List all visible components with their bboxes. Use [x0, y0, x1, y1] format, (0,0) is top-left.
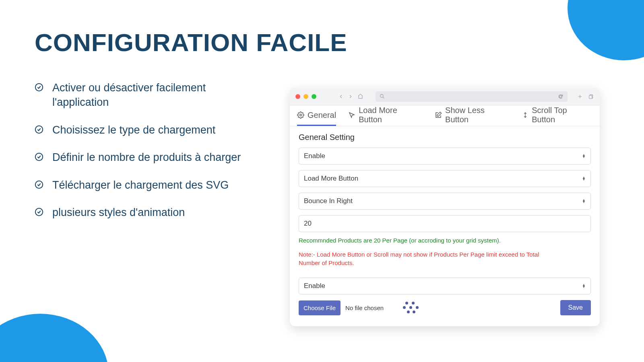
- check-circle-icon: [35, 208, 43, 216]
- refresh-icon[interactable]: [558, 94, 564, 99]
- tab-show-less[interactable]: Show Less Button: [435, 105, 510, 126]
- general-panel: General Setting Enable ▲▼ Load More Butt…: [290, 126, 600, 323]
- warning-text: Note:- Load More Button or Scroll may no…: [299, 250, 548, 267]
- page-title: CONFIGURATION FACILE: [35, 28, 347, 57]
- check-circle-icon: [35, 125, 43, 134]
- input-value: 20: [304, 220, 312, 228]
- select-value: Bounce In Right: [304, 197, 353, 205]
- list-item: Choisissez le type de chargement: [35, 123, 252, 137]
- tab-label: Show Less Button: [445, 106, 510, 124]
- forward-icon[interactable]: [348, 94, 353, 99]
- list-item: plusieurs styles d'animation: [35, 205, 252, 220]
- decorative-blob-bottom: [0, 314, 109, 362]
- gear-icon: [297, 111, 304, 119]
- maximize-dot-icon[interactable]: [312, 94, 316, 99]
- load-type-select[interactable]: Load More Button ▲▼: [299, 170, 591, 187]
- recommend-text: Recommnded Products are 20 Per Page (or …: [299, 237, 591, 244]
- cursor-icon: [348, 111, 355, 119]
- new-tab-icon[interactable]: [577, 94, 583, 99]
- browser-window: General Load More Button Show Less Butto…: [290, 88, 600, 326]
- list-item: Télécharger le chargement des SVG: [35, 178, 252, 192]
- list-item-text: Activer ou désactiver facilement l'appli…: [52, 80, 252, 110]
- svg-point-5: [380, 95, 384, 98]
- list-item-text: Choisissez le type de chargement: [52, 123, 215, 137]
- svg-point-1: [35, 126, 43, 133]
- enable-select[interactable]: Enable ▲▼: [299, 148, 591, 165]
- home-icon[interactable]: [357, 93, 363, 99]
- back-icon[interactable]: [338, 94, 344, 99]
- svg-point-8: [300, 114, 302, 116]
- svg-point-4: [35, 208, 43, 216]
- animation-select[interactable]: Bounce In Right ▲▼: [299, 193, 591, 210]
- window-controls: [295, 94, 316, 99]
- minimize-dot-icon[interactable]: [303, 94, 308, 99]
- chevron-updown-icon: ▲▼: [582, 154, 586, 158]
- svg-rect-7: [589, 95, 592, 99]
- check-circle-icon: [35, 83, 43, 92]
- list-item: Définir le nombre de produits à charger: [35, 150, 252, 165]
- decorative-blob-top: [568, 0, 644, 60]
- tab-label: General: [308, 111, 336, 120]
- enable-select-2[interactable]: Enable ▲▼: [299, 278, 591, 294]
- close-dot-icon[interactable]: [295, 94, 300, 99]
- list-item-text: Définir le nombre de produits à charger: [52, 150, 241, 165]
- browser-chrome: [290, 88, 600, 105]
- edit-icon: [435, 111, 442, 119]
- check-circle-icon: [35, 152, 43, 161]
- settings-tabs: General Load More Button Show Less Butto…: [290, 105, 600, 126]
- list-item-text: Télécharger le chargement des SVG: [52, 178, 229, 192]
- svg-point-0: [35, 84, 43, 91]
- chevron-updown-icon: ▲▼: [582, 177, 586, 181]
- tab-label: Scroll Top Button: [532, 106, 592, 124]
- choose-file-button[interactable]: Choose File: [299, 300, 341, 315]
- search-icon: [380, 94, 385, 99]
- tab-scroll-top[interactable]: Scroll Top Button: [522, 105, 592, 126]
- chevron-updown-icon: ▲▼: [582, 199, 586, 203]
- address-bar[interactable]: [376, 91, 568, 102]
- tab-general[interactable]: General: [297, 105, 336, 126]
- tab-label: Load More Button: [359, 106, 423, 124]
- per-page-input[interactable]: 20: [299, 215, 591, 232]
- check-circle-icon: [35, 180, 43, 189]
- select-value: Enable: [304, 152, 325, 160]
- chevron-updown-icon: ▲▼: [582, 284, 586, 288]
- save-button[interactable]: Save: [560, 300, 591, 315]
- list-item-text: plusieurs styles d'animation: [52, 205, 185, 220]
- panel-heading: General Setting: [299, 133, 591, 142]
- select-value: Enable: [304, 282, 325, 290]
- feature-list: Activer ou désactiver facilement l'appli…: [35, 80, 252, 233]
- tabs-icon[interactable]: [588, 94, 594, 99]
- loading-dots-icon: [403, 302, 419, 314]
- svg-point-2: [35, 153, 43, 160]
- list-item: Activer ou désactiver facilement l'appli…: [35, 80, 252, 110]
- select-value: Load More Button: [304, 175, 358, 183]
- svg-point-3: [35, 181, 43, 188]
- tab-load-more[interactable]: Load More Button: [348, 105, 423, 126]
- no-file-label: No file chosen: [345, 304, 384, 311]
- scroll-icon: [522, 111, 528, 119]
